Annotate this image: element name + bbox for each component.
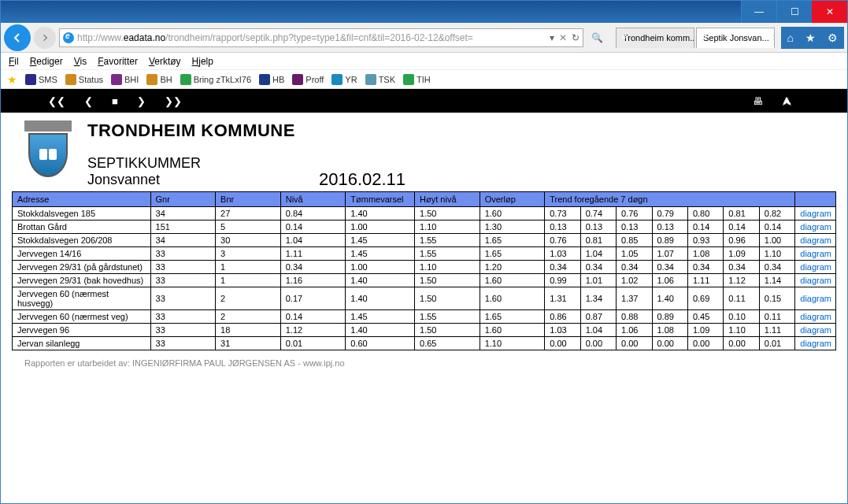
bookmark-item[interactable]: YR	[331, 74, 357, 85]
col-gnr: Gnr	[150, 192, 216, 207]
diagram-link[interactable]: diagram	[795, 287, 836, 310]
bookmark-item[interactable]: HB	[259, 74, 284, 85]
bookmark-item[interactable]: Status	[65, 74, 103, 85]
cell-bnr: 2	[216, 287, 281, 310]
cell-trend: 0.87	[580, 310, 616, 324]
bookmark-item[interactable]: SMS	[25, 74, 57, 85]
diagram-link[interactable]: diagram	[795, 234, 836, 247]
tab-label: Septik Jonsvan...	[703, 33, 769, 43]
diagram-link[interactable]: diagram	[795, 220, 836, 234]
cell-adresse: Jervvegen 29/31 (bak hovedhus)	[13, 274, 151, 287]
diagram-link[interactable]: diagram	[795, 247, 836, 261]
stop-icon[interactable]: ✕	[559, 32, 567, 43]
bookmark-label: HB	[272, 75, 284, 84]
cell-trend: 0.00	[580, 337, 616, 350]
nav-last-icon[interactable]: ❯❯	[165, 95, 182, 107]
cell-trend: 1.14	[759, 274, 795, 287]
col-overlop: Overløp	[480, 192, 545, 207]
report-footer: Rapporten er utarbeidet av: INGENIØRFIRM…	[1, 350, 847, 376]
municipality-name: TRONDHEIM KOMMUNE	[87, 120, 295, 141]
cell-gnr: 33	[150, 247, 216, 261]
cell-trend: 0.74	[580, 207, 616, 220]
bookmark-item[interactable]: Proff	[292, 74, 324, 85]
print-icon[interactable]: 🖶	[753, 95, 763, 107]
diagram-link[interactable]: diagram	[795, 207, 836, 220]
menu-item[interactable]: Favoritter	[98, 56, 138, 67]
cell-tommevarsel: 1.45	[346, 247, 415, 261]
cell-adresse: Brottan Gård	[13, 220, 151, 234]
cell-trend: 0.79	[652, 207, 687, 220]
refresh-icon[interactable]: ↻	[572, 32, 580, 43]
address-bar[interactable]: http://www.eadata.no/trondheim/rapport/s…	[59, 28, 583, 47]
cell-trend: 1.31	[545, 287, 580, 310]
bookmark-icon	[25, 74, 36, 85]
cell-hoyt: 1.55	[415, 234, 480, 247]
menu-item[interactable]: Rediger	[30, 56, 63, 67]
col-hoyt: Høyt nivå	[415, 192, 480, 207]
settings-icon[interactable]: ⚙	[828, 32, 838, 44]
cell-trend: 0.11	[759, 310, 795, 324]
search-icon[interactable]: 🔍	[591, 32, 603, 43]
cell-hoyt: 1.10	[415, 261, 480, 274]
cell-trend: 1.03	[545, 324, 580, 337]
add-favorite-button[interactable]: ★	[7, 73, 17, 86]
home-icon[interactable]: ⌂	[787, 32, 794, 44]
nav-first-icon[interactable]: ❮❮	[48, 95, 65, 107]
bookmark-item[interactable]: BHI	[111, 74, 139, 85]
home-icon[interactable]: ⮝	[782, 95, 792, 107]
bookmark-label: TIH	[417, 75, 431, 84]
menu-item[interactable]: Fil	[9, 56, 19, 67]
cell-trend: 1.37	[617, 287, 652, 310]
cell-adresse: Jervvegen 29/31 (på gårdstunet)	[13, 261, 151, 274]
window-minimize-button[interactable]: —	[741, 1, 776, 23]
cell-adresse: Stokkdalsvegen 206/208	[13, 234, 151, 247]
window-maximize-button[interactable]: ☐	[776, 1, 812, 23]
nav-stop-icon[interactable]: ■	[112, 95, 118, 107]
bookmark-icon	[146, 74, 157, 85]
diagram-link[interactable]: diagram	[795, 324, 836, 337]
nav-prev-icon[interactable]: ❮	[84, 95, 93, 107]
bookmark-item[interactable]: Bring zTkLxI76	[180, 74, 251, 85]
cell-trend: 0.34	[687, 261, 723, 274]
menu-item[interactable]: Vis	[74, 56, 87, 67]
bookmark-item[interactable]: TIH	[403, 74, 431, 85]
menu-item[interactable]: Verktøy	[149, 56, 181, 67]
menu-bar: FilRedigerVisFavoritterVerktøyHjelp	[1, 53, 847, 70]
bookmark-icon	[180, 74, 191, 85]
nav-next-icon[interactable]: ❯	[137, 95, 146, 107]
cell-bnr: 18	[216, 324, 281, 337]
menu-item[interactable]: Hjelp	[192, 56, 213, 67]
cell-hoyt: 1.55	[415, 247, 480, 261]
favorites-icon[interactable]: ★	[805, 32, 816, 44]
browser-tab[interactable]: Trondheim komm...	[616, 28, 694, 48]
window-close-button[interactable]: ✕	[812, 1, 847, 23]
cell-trend: 1.09	[687, 324, 723, 337]
cell-trend: 0.34	[759, 261, 795, 274]
cell-bnr: 2	[216, 310, 281, 324]
cell-trend: 0.85	[617, 234, 652, 247]
bookmark-label: YR	[345, 75, 357, 84]
diagram-link[interactable]: diagram	[795, 274, 836, 287]
bookmark-item[interactable]: BH	[146, 74, 172, 85]
cell-trend: 0.73	[545, 207, 580, 220]
diagram-link[interactable]: diagram	[795, 261, 836, 274]
cell-trend: 0.34	[545, 261, 580, 274]
nav-back-button[interactable]	[4, 24, 31, 51]
cell-niva: 1.11	[280, 247, 346, 261]
cell-gnr: 33	[150, 274, 216, 287]
nav-forward-button[interactable]	[34, 27, 56, 49]
diagram-link[interactable]: diagram	[795, 310, 836, 324]
report-title: SEPTIKKUMMER	[87, 155, 295, 172]
table-row: Jervvegen 60 (nærmest husvegg)3320.171.4…	[13, 287, 836, 310]
cell-trend: 1.08	[687, 247, 723, 261]
cell-overlop: 1.60	[480, 324, 545, 337]
browser-tab[interactable]: Septik Jonsvan...✕	[696, 28, 775, 48]
diagram-link[interactable]: diagram	[795, 337, 836, 350]
cell-bnr: 30	[216, 234, 281, 247]
tab-close-icon[interactable]: ✕	[772, 33, 775, 43]
dropdown-icon[interactable]: ▾	[550, 32, 554, 43]
bookmark-item[interactable]: TSK	[365, 74, 395, 85]
cell-trend: 1.10	[724, 324, 759, 337]
cell-trend: 0.81	[580, 234, 616, 247]
cell-trend: 0.15	[759, 287, 795, 310]
